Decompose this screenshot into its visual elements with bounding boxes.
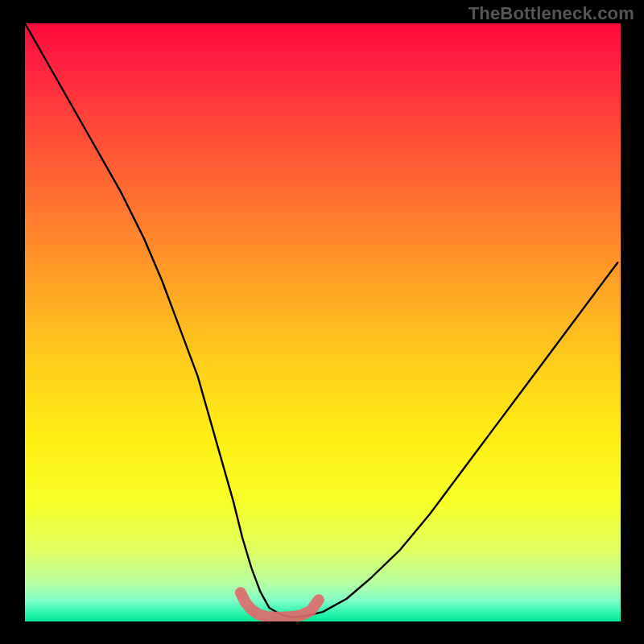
watermark-text: TheBottleneck.com (469, 3, 634, 24)
chart-svg (0, 0, 644, 644)
chart-stage: TheBottleneck.com (0, 0, 644, 644)
gradient-background (25, 23, 621, 621)
